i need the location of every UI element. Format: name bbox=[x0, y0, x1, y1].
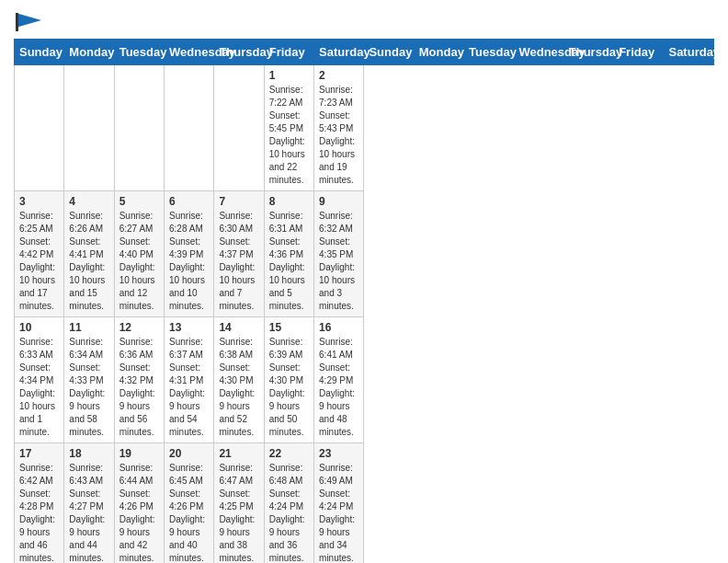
header-friday: Friday bbox=[614, 40, 664, 65]
day-info: Sunrise: 6:39 AMSunset: 4:30 PMDaylight:… bbox=[269, 336, 309, 439]
day-cell: 19 Sunrise: 6:44 AMSunset: 4:26 PMDaylig… bbox=[114, 443, 164, 564]
logo-flag-icon bbox=[16, 13, 41, 31]
day-number: 16 bbox=[319, 321, 358, 334]
day-number: 18 bbox=[69, 447, 108, 460]
day-number: 20 bbox=[169, 447, 209, 460]
day-info: Sunrise: 6:28 AMSunset: 4:39 PMDaylight:… bbox=[169, 210, 209, 313]
day-cell: 1 Sunrise: 7:22 AMSunset: 5:45 PMDayligh… bbox=[264, 65, 313, 191]
day-info: Sunrise: 6:36 AMSunset: 4:32 PMDaylight:… bbox=[119, 336, 159, 439]
day-number: 11 bbox=[69, 321, 108, 334]
day-number: 10 bbox=[19, 321, 59, 334]
day-cell: 8 Sunrise: 6:31 AMSunset: 4:36 PMDayligh… bbox=[264, 191, 313, 317]
day-info: Sunrise: 6:33 AMSunset: 4:34 PMDaylight:… bbox=[19, 336, 59, 439]
day-cell: 7 Sunrise: 6:30 AMSunset: 4:37 PMDayligh… bbox=[214, 191, 264, 317]
logo bbox=[14, 9, 41, 31]
header-wednesday: Wednesday bbox=[165, 40, 214, 65]
week-row-2: 3 Sunrise: 6:25 AMSunset: 4:42 PMDayligh… bbox=[15, 191, 714, 317]
day-cell: 11 Sunrise: 6:34 AMSunset: 4:33 PMDaylig… bbox=[64, 317, 114, 443]
day-number: 19 bbox=[119, 447, 159, 460]
day-number: 21 bbox=[219, 447, 258, 460]
day-cell: 18 Sunrise: 6:43 AMSunset: 4:27 PMDaylig… bbox=[64, 443, 114, 564]
day-info: Sunrise: 6:42 AMSunset: 4:28 PMDaylight:… bbox=[19, 462, 59, 563]
day-info: Sunrise: 6:32 AMSunset: 4:35 PMDaylight:… bbox=[319, 210, 358, 313]
day-cell: 10 Sunrise: 6:33 AMSunset: 4:34 PMDaylig… bbox=[15, 317, 64, 443]
day-cell: 15 Sunrise: 6:39 AMSunset: 4:30 PMDaylig… bbox=[264, 317, 313, 443]
day-cell: 3 Sunrise: 6:25 AMSunset: 4:42 PMDayligh… bbox=[15, 191, 64, 317]
day-cell bbox=[15, 65, 64, 191]
page-header bbox=[14, 9, 714, 31]
day-cell: 20 Sunrise: 6:45 AMSunset: 4:26 PMDaylig… bbox=[165, 443, 214, 564]
week-row-3: 10 Sunrise: 6:33 AMSunset: 4:34 PMDaylig… bbox=[15, 317, 714, 443]
header-friday: Friday bbox=[264, 40, 313, 65]
day-number: 6 bbox=[169, 195, 209, 208]
day-info: Sunrise: 6:25 AMSunset: 4:42 PMDaylight:… bbox=[19, 210, 59, 313]
week-row-4: 17 Sunrise: 6:42 AMSunset: 4:28 PMDaylig… bbox=[15, 443, 714, 564]
day-cell: 16 Sunrise: 6:41 AMSunset: 4:29 PMDaylig… bbox=[314, 317, 364, 443]
day-cell: 17 Sunrise: 6:42 AMSunset: 4:28 PMDaylig… bbox=[15, 443, 64, 564]
header-sunday: Sunday bbox=[364, 40, 414, 65]
day-info: Sunrise: 6:44 AMSunset: 4:26 PMDaylight:… bbox=[119, 462, 159, 563]
day-number: 7 bbox=[219, 195, 258, 208]
header-monday: Monday bbox=[414, 40, 463, 65]
day-cell: 14 Sunrise: 6:38 AMSunset: 4:30 PMDaylig… bbox=[214, 317, 264, 443]
day-number: 5 bbox=[119, 195, 159, 208]
day-cell: 21 Sunrise: 6:47 AMSunset: 4:25 PMDaylig… bbox=[214, 443, 264, 564]
day-info: Sunrise: 6:43 AMSunset: 4:27 PMDaylight:… bbox=[69, 462, 108, 563]
day-cell: 12 Sunrise: 6:36 AMSunset: 4:32 PMDaylig… bbox=[114, 317, 164, 443]
day-info: Sunrise: 6:26 AMSunset: 4:41 PMDaylight:… bbox=[69, 210, 108, 313]
day-info: Sunrise: 6:45 AMSunset: 4:26 PMDaylight:… bbox=[169, 462, 209, 563]
day-number: 9 bbox=[319, 195, 358, 208]
day-cell: 23 Sunrise: 6:49 AMSunset: 4:24 PMDaylig… bbox=[314, 443, 364, 564]
day-cell bbox=[64, 65, 114, 191]
day-cell: 22 Sunrise: 6:48 AMSunset: 4:24 PMDaylig… bbox=[264, 443, 313, 564]
header-wednesday: Wednesday bbox=[514, 40, 563, 65]
day-cell: 13 Sunrise: 6:37 AMSunset: 4:31 PMDaylig… bbox=[165, 317, 214, 443]
header-thursday: Thursday bbox=[563, 40, 613, 65]
day-info: Sunrise: 7:23 AMSunset: 5:43 PMDaylight:… bbox=[319, 84, 358, 187]
day-cell bbox=[114, 65, 164, 191]
header-sunday: Sunday bbox=[15, 40, 64, 65]
day-info: Sunrise: 6:41 AMSunset: 4:29 PMDaylight:… bbox=[319, 336, 358, 439]
day-number: 8 bbox=[269, 195, 309, 208]
day-info: Sunrise: 7:22 AMSunset: 5:45 PMDaylight:… bbox=[269, 84, 309, 187]
day-cell: 4 Sunrise: 6:26 AMSunset: 4:41 PMDayligh… bbox=[64, 191, 114, 317]
day-number: 13 bbox=[169, 321, 209, 334]
day-info: Sunrise: 6:30 AMSunset: 4:37 PMDaylight:… bbox=[219, 210, 258, 313]
day-number: 23 bbox=[319, 447, 358, 460]
day-number: 17 bbox=[19, 447, 59, 460]
day-info: Sunrise: 6:38 AMSunset: 4:30 PMDaylight:… bbox=[219, 336, 258, 439]
day-info: Sunrise: 6:48 AMSunset: 4:24 PMDaylight:… bbox=[269, 462, 309, 563]
day-cell: 6 Sunrise: 6:28 AMSunset: 4:39 PMDayligh… bbox=[165, 191, 214, 317]
day-number: 1 bbox=[269, 69, 309, 82]
day-number: 22 bbox=[269, 447, 309, 460]
header-saturday: Saturday bbox=[314, 40, 364, 65]
calendar-table: SundayMondayTuesdayWednesdayThursdayFrid… bbox=[14, 39, 714, 563]
day-cell bbox=[214, 65, 264, 191]
svg-rect-1 bbox=[16, 13, 18, 31]
day-number: 2 bbox=[319, 69, 358, 82]
day-cell: 2 Sunrise: 7:23 AMSunset: 5:43 PMDayligh… bbox=[314, 65, 364, 191]
day-number: 3 bbox=[19, 195, 59, 208]
header-thursday: Thursday bbox=[214, 40, 264, 65]
svg-marker-0 bbox=[16, 13, 41, 28]
day-cell: 5 Sunrise: 6:27 AMSunset: 4:40 PMDayligh… bbox=[114, 191, 164, 317]
day-info: Sunrise: 6:27 AMSunset: 4:40 PMDaylight:… bbox=[119, 210, 159, 313]
day-number: 15 bbox=[269, 321, 309, 334]
day-info: Sunrise: 6:37 AMSunset: 4:31 PMDaylight:… bbox=[169, 336, 209, 439]
header-tuesday: Tuesday bbox=[464, 40, 514, 65]
day-number: 4 bbox=[69, 195, 108, 208]
day-info: Sunrise: 6:47 AMSunset: 4:25 PMDaylight:… bbox=[219, 462, 258, 563]
day-info: Sunrise: 6:34 AMSunset: 4:33 PMDaylight:… bbox=[69, 336, 108, 439]
header-tuesday: Tuesday bbox=[114, 40, 164, 65]
day-cell bbox=[165, 65, 214, 191]
day-info: Sunrise: 6:31 AMSunset: 4:36 PMDaylight:… bbox=[269, 210, 309, 313]
day-number: 14 bbox=[219, 321, 258, 334]
day-info: Sunrise: 6:49 AMSunset: 4:24 PMDaylight:… bbox=[319, 462, 358, 563]
week-row-1: 1 Sunrise: 7:22 AMSunset: 5:45 PMDayligh… bbox=[15, 65, 714, 191]
day-cell: 9 Sunrise: 6:32 AMSunset: 4:35 PMDayligh… bbox=[314, 191, 364, 317]
header-saturday: Saturday bbox=[664, 40, 714, 65]
calendar-header-row: SundayMondayTuesdayWednesdayThursdayFrid… bbox=[15, 40, 714, 65]
day-number: 12 bbox=[119, 321, 159, 334]
header-monday: Monday bbox=[64, 40, 114, 65]
